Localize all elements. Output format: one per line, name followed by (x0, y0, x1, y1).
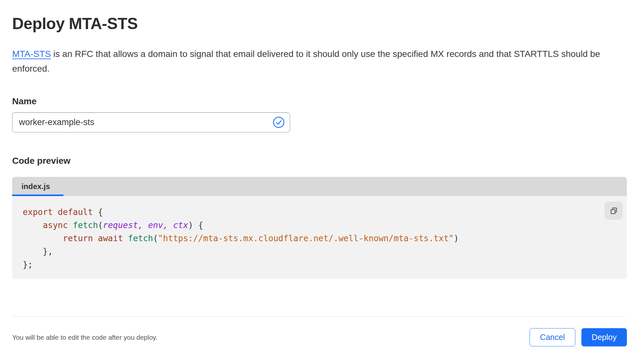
code-line: }; (23, 258, 604, 271)
cancel-button[interactable]: Cancel (530, 328, 575, 346)
copy-icon (609, 206, 618, 215)
code-editor: index.js export default { async fetch(re… (12, 177, 627, 279)
description: MTA-STS is an RFC that allows a domain t… (12, 47, 620, 76)
footer: You will be able to edit the code after … (12, 328, 627, 346)
tab-index-js[interactable]: index.js (12, 177, 65, 196)
deploy-mta-sts-page: Deploy MTA-STS MTA-STS is an RFC that al… (0, 0, 640, 346)
footer-buttons: Cancel Deploy (530, 328, 627, 346)
check-circle-icon (273, 116, 285, 128)
code-tab-bar: index.js (12, 177, 627, 196)
code-line: export default { (23, 206, 604, 219)
name-input-container (12, 112, 290, 132)
code-line: async fetch(request, env, ctx) { (23, 219, 604, 232)
code-preview-label: Code preview (12, 155, 627, 166)
copy-code-button[interactable] (604, 202, 623, 220)
description-text: is an RFC that allows a domain to signal… (12, 49, 600, 74)
mta-sts-link[interactable]: MTA-STS (12, 49, 51, 59)
deploy-button[interactable]: Deploy (581, 328, 627, 346)
code-area: export default { async fetch(request, en… (12, 196, 627, 279)
page-title: Deploy MTA-STS (12, 14, 627, 33)
code-line: }, (23, 245, 604, 258)
code-line: return await fetch("https://mta-sts.mx.c… (23, 232, 604, 245)
name-label: Name (12, 96, 627, 107)
footer-note: You will be able to edit the code after … (12, 334, 158, 341)
footer-divider (12, 316, 627, 317)
code-content: export default { async fetch(request, en… (23, 206, 604, 271)
name-input[interactable] (12, 113, 273, 132)
